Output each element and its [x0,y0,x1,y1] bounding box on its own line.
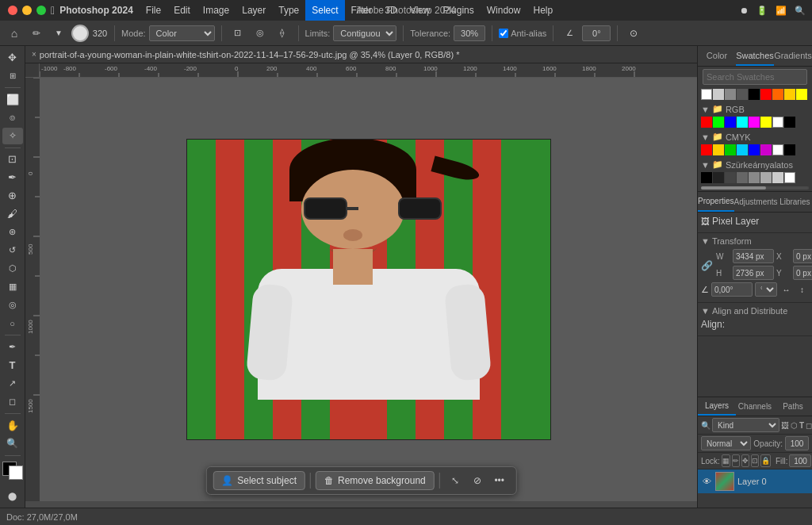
opacity-input[interactable] [785,436,809,450]
lasso-tool[interactable]: ⌾ [2,109,23,126]
layers-filter-adjust-btn[interactable]: ⬡ [791,418,798,432]
layers-filter-shape-btn[interactable]: ◻ [806,418,812,432]
gray-swatch-1[interactable] [713,172,724,183]
gray-swatch-0[interactable] [701,172,712,183]
brush-size-icon[interactable]: ◎ [251,24,270,43]
swatches-search-input[interactable] [703,69,807,85]
lock-image-btn[interactable]: ✏ [732,454,740,467]
lock-artboard-btn[interactable]: ⊡ [751,454,759,467]
rgb-swatch-4[interactable] [749,117,760,128]
anti-alias-checkbox[interactable] [499,29,508,38]
blend-mode-select[interactable]: Normal Multiply Screen [701,436,751,450]
layer-item-0[interactable]: 👁 Layer 0 [698,469,812,493]
layers-filter-pixel-btn[interactable]: 🖼 [781,418,789,432]
tab-paths[interactable]: Paths [774,397,812,416]
rgb-swatch-3[interactable] [737,117,748,128]
angle-unit-select[interactable]: ° [755,282,777,297]
y-input[interactable]: 0 px [793,266,812,280]
menu-item-layer[interactable]: Layer [236,0,272,21]
magic-wand-tool[interactable]: ✧ [2,128,23,144]
select-subject-button[interactable]: 👤 Select subject [213,471,305,490]
gray-swatch-5[interactable] [760,172,772,183]
menu-item-type[interactable]: Type [272,0,305,21]
brush-angle-icon[interactable]: ⟠ [273,24,292,43]
tab-libraries[interactable]: Libraries [778,192,812,212]
lock-all-btn[interactable]: 🔒 [760,454,771,467]
rgb-swatch-6[interactable] [772,117,783,128]
rgb-swatch-0[interactable] [701,117,712,128]
gray-swatch-4[interactable] [749,172,760,183]
eyedropper-tool[interactable]: ✒ [2,169,23,186]
swatch-orange[interactable] [772,89,783,100]
path-select-tool[interactable]: ↗ [2,375,23,392]
minimize-button[interactable] [22,6,32,15]
cmyk-swatch-4[interactable] [749,144,760,155]
swatch-gray[interactable] [725,89,736,100]
tab-color[interactable]: Color [698,46,736,66]
mode-select[interactable]: Color Hue Saturation Luminosity [149,25,215,41]
sample-icon[interactable]: ⊙ [624,24,643,43]
history-tool[interactable]: ↺ [2,242,23,259]
cmyk-swatch-1[interactable] [713,144,724,155]
rgb-swatch-1[interactable] [713,117,724,128]
tab-properties[interactable]: Properties [698,192,734,212]
cmyk-swatch-7[interactable] [784,144,795,155]
menu-item-image[interactable]: Image [197,0,236,21]
cmyk-swatch-2[interactable] [725,144,736,155]
gradient-tool[interactable]: ▦ [2,278,23,295]
layers-filter-select[interactable]: Kind Name Effect Mode Attribute Color Sm… [712,418,779,432]
flip-h-btn[interactable]: ↔ [779,282,793,297]
more-options-btn[interactable]: ••• [489,470,510,491]
brush-color-swatch[interactable] [71,25,89,42]
pen-tool[interactable]: ✒ [2,339,23,355]
zoom-tool[interactable]: 🔍 [2,435,23,452]
magic-eraser-tool[interactable]: ✏ [27,24,46,43]
transform-title[interactable]: ▼ Transform [701,236,809,246]
align-title[interactable]: ▼ Align and Distribute [701,306,809,316]
wh-link-icon[interactable]: 🔗 [701,260,713,271]
dodge-tool[interactable]: ○ [2,315,23,331]
cmyk-swatch-3[interactable] [737,144,748,155]
tab-channels[interactable]: Channels [736,397,774,416]
home-button[interactable]: ⌂ [5,24,24,43]
swatch-ltgray[interactable] [713,89,724,100]
tab-swatches[interactable]: Swatches [736,46,774,66]
mask-icon-btn[interactable]: ⊘ [467,470,488,491]
rgb-group-label[interactable]: ▼ 📁 RGB [698,102,812,115]
tolerance-input[interactable]: 30% [454,25,485,41]
move-tool[interactable]: ✥ [2,49,23,66]
tab-layers[interactable]: Layers [698,397,736,416]
swatch-ltyellow[interactable] [796,89,807,100]
lock-transparent-btn[interactable]: ▦ [722,454,730,467]
spot-heal-tool[interactable]: ⊕ [2,187,23,204]
transform-icon-btn[interactable]: ⤡ [445,470,465,491]
tool-options-arrow[interactable]: ▼ [49,24,68,43]
brush-preset-icon[interactable]: ⊡ [228,24,247,43]
cmyk-swatch-5[interactable] [760,144,772,155]
gray-swatch-6[interactable] [772,172,783,183]
quick-mask-btn[interactable]: ⬤ [2,488,23,504]
background-color[interactable] [9,466,23,480]
tab-gradients[interactable]: Gradients [774,46,812,66]
type-tool[interactable]: T [2,357,23,374]
menu-item-edit[interactable]: Edit [167,0,197,21]
canvas-scroll-area[interactable]: 👤 Select subject 🗑 Remove background ⤡ ⊘… [40,78,697,501]
eraser-tool[interactable]: ⬡ [2,260,23,277]
search-icon[interactable]: 🔍 [795,6,806,16]
tab-close-btn[interactable]: × [32,50,36,59]
gray-swatch-3[interactable] [737,172,748,183]
stamp-tool[interactable]: ⊛ [2,224,23,240]
rgb-swatch-7[interactable] [784,117,795,128]
menu-item-select[interactable]: Select [305,0,344,21]
flip-v-btn[interactable]: ↕ [795,282,809,297]
brush-tool[interactable]: 🖌 [2,205,23,222]
lock-position-btn[interactable]: ✥ [741,454,749,467]
swatch-yellow[interactable] [784,89,795,100]
limits-select[interactable]: Contiguous Discontiguous Find Edges [333,25,396,41]
gray-group-label[interactable]: ▼ 📁 Szürkeárnyalatos [698,157,812,171]
swatch-white[interactable] [701,89,712,100]
tab-adjustments[interactable]: Adjustments [734,192,778,212]
swatch-red[interactable] [760,89,772,100]
blur-tool[interactable]: ◎ [2,297,23,313]
angle-input[interactable]: 0° [582,25,611,41]
